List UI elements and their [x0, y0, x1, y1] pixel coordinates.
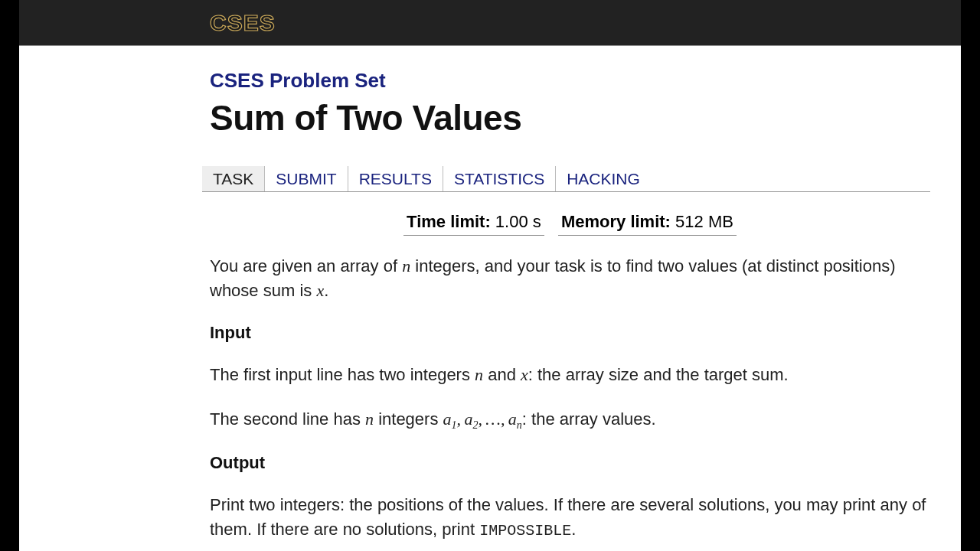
- header-bar: CSES: [19, 0, 961, 46]
- tab-task[interactable]: TASK: [202, 166, 265, 191]
- time-limit-value: 1.00 s: [495, 212, 541, 231]
- memory-limit-label: Memory limit:: [561, 212, 671, 231]
- output-description: Print two integers: the positions of the…: [210, 493, 930, 542]
- text: The second line has: [210, 409, 365, 429]
- tab-submit[interactable]: SUBMIT: [265, 166, 348, 191]
- text: integers: [374, 409, 443, 429]
- text: .: [571, 520, 576, 539]
- math-n: n: [365, 409, 374, 429]
- tab-results[interactable]: RESULTS: [348, 166, 443, 191]
- math-n: n: [402, 256, 410, 276]
- math-a2: a2: [464, 409, 478, 429]
- tab-bar: TASKSUBMITRESULTSSTATISTICSHACKING: [202, 166, 930, 192]
- dots: …: [485, 409, 501, 429]
- tab-hacking[interactable]: HACKING: [556, 166, 651, 191]
- memory-limit: Memory limit: 512 MB: [558, 212, 737, 236]
- math-x: x: [316, 281, 324, 300]
- comma: ,: [478, 409, 485, 429]
- impossible-literal: IMPOSSIBLE: [479, 522, 571, 540]
- text: You are given an array of: [210, 256, 402, 276]
- math-n: n: [475, 365, 483, 384]
- text: : the array values.: [522, 409, 656, 429]
- site-logo[interactable]: CSES: [210, 10, 276, 36]
- input-line-1: The first input line has two integers n …: [210, 363, 930, 387]
- site-title[interactable]: CSES Problem Set: [210, 69, 930, 93]
- input-heading: Input: [210, 323, 930, 343]
- comma: ,: [457, 409, 465, 429]
- comma: ,: [501, 409, 508, 429]
- text: .: [324, 281, 328, 300]
- time-limit: Time limit: 1.00 s: [403, 212, 544, 236]
- content-area: CSES Problem Set Sum of Two Values TASKS…: [19, 46, 961, 542]
- tab-statistics[interactable]: STATISTICS: [443, 166, 556, 191]
- math-an: an: [508, 409, 522, 429]
- time-limit-label: Time limit:: [407, 212, 491, 231]
- input-line-2: The second line has n integers a1, a2, ……: [210, 407, 930, 434]
- text: and: [483, 365, 521, 384]
- text: : the array size and the target sum.: [528, 365, 789, 384]
- memory-limit-value: 512 MB: [675, 212, 733, 231]
- math-x: x: [521, 365, 528, 384]
- output-heading: Output: [210, 453, 930, 473]
- problem-title: Sum of Two Values: [210, 97, 930, 139]
- problem-description: You are given an array of n integers, an…: [210, 254, 930, 303]
- math-a1: a1: [443, 409, 457, 429]
- text: The first input line has two integers: [210, 365, 475, 384]
- page-container: CSES CSES Problem Set Sum of Two Values …: [19, 0, 961, 551]
- limits-row: Time limit: 1.00 s Memory limit: 512 MB: [210, 212, 930, 236]
